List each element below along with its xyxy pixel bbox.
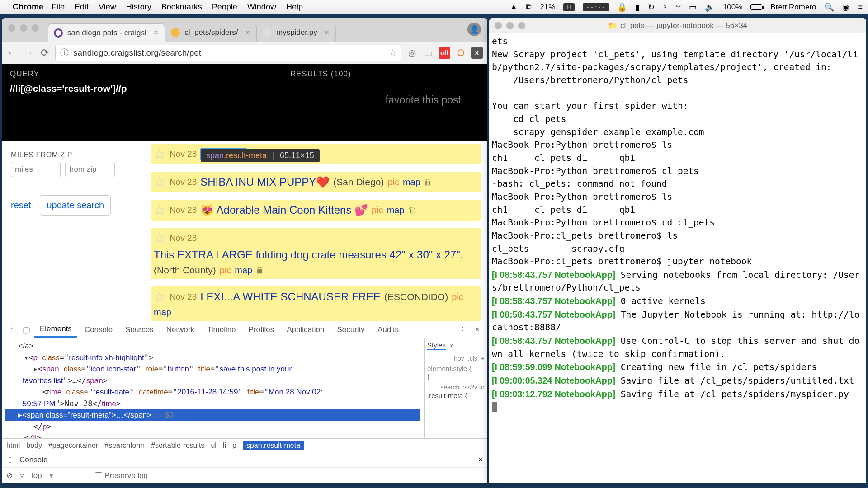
result-title[interactable]: This EXTRA LARGE folding dog crate measu… (154, 249, 463, 261)
zip-input[interactable] (65, 162, 115, 177)
gdrive-icon[interactable]: ▲ (509, 2, 518, 12)
styles-more-icon[interactable]: » (450, 341, 454, 350)
update-search-button[interactable]: update search (40, 195, 111, 216)
star-icon[interactable]: ☆ (154, 203, 166, 217)
result-row[interactable]: ☆ Nov 28 😻 Adorable Main Coon Kittens 💕 … (151, 200, 481, 221)
crumb[interactable]: html (6, 441, 20, 450)
volume-icon[interactable]: 🔈 (705, 2, 715, 12)
result-row[interactable]: ☆ Nov 28 This EXTRA LARGE folding dog cr… (151, 228, 481, 279)
clear-console-icon[interactable]: ⊘ (6, 471, 13, 480)
hide-icon[interactable]: 🗑 (408, 206, 416, 215)
evernote-icon[interactable]: ▮ (635, 2, 640, 12)
reload-button[interactable]: ⟳ (39, 47, 51, 59)
context-select[interactable]: top (31, 471, 42, 480)
result-title[interactable]: 😻 Adorable Main Coon Kittens 💕 (200, 204, 368, 216)
tab-close-icon[interactable]: × (325, 28, 330, 38)
dropbox-icon[interactable]: ⧉ (526, 2, 532, 12)
notification-icon[interactable]: ≡ (858, 2, 863, 12)
tab-console[interactable]: Console (79, 323, 118, 337)
url-input[interactable]: ⓘ sandiego.craigslist.org/search/pet ☆ (55, 45, 401, 61)
close-icon[interactable] (495, 22, 502, 29)
bluetooth-icon[interactable]: ᚼ (663, 2, 668, 12)
menu-edit[interactable]: Edit (75, 2, 89, 12)
tab-audits[interactable]: Audits (372, 323, 404, 337)
crumb[interactable]: p (232, 441, 236, 450)
dom-breadcrumbs[interactable]: html body #pagecontainer #searchform #so… (2, 438, 487, 452)
dom-tree[interactable]: </a> ▾<p class="result-info xh-highlight… (2, 338, 424, 438)
tab-craigslist[interactable]: san diego pets - craigsl × (48, 23, 165, 42)
site-info-icon[interactable]: ⓘ (60, 47, 69, 59)
reset-link[interactable]: reset (11, 200, 31, 211)
map-tag[interactable]: map (387, 205, 405, 216)
style-rule[interactable]: element.style { (427, 365, 485, 372)
filter-icon[interactable]: ▿ (20, 471, 24, 480)
crumb[interactable]: body (26, 441, 42, 450)
menu-window[interactable]: Window (247, 2, 276, 12)
extension-5-icon[interactable]: ⬠ (455, 47, 467, 59)
close-icon[interactable] (8, 24, 15, 32)
device-icon[interactable]: ▢ (20, 325, 33, 335)
add-rule-icon[interactable]: + (481, 355, 485, 362)
harvest-icon[interactable]: H (563, 3, 574, 11)
star-icon[interactable]: ☆ (154, 290, 166, 304)
star-icon[interactable]: ☆ (154, 231, 166, 245)
result-row[interactable]: ☆ Nov 28 SHIBA INU MIX PUPPY❤️ (San Dieg… (151, 172, 481, 192)
map-tag[interactable]: map (235, 265, 252, 276)
tab-spiders[interactable]: cl_pets/spiders/ × (165, 23, 257, 42)
query-input[interactable]: //li[@class='result-row']//p (10, 83, 274, 94)
minimize-icon[interactable] (506, 22, 514, 29)
menu-bookmarks[interactable]: Bookmarks (161, 2, 202, 12)
extension-x-icon[interactable]: X (471, 47, 483, 59)
star-icon[interactable]: ☆ (154, 147, 166, 161)
forward-button[interactable]: → (23, 47, 34, 59)
harvest-time[interactable]: --:-- (583, 3, 609, 11)
profile-avatar[interactable]: 👤 (467, 23, 481, 36)
map-tag[interactable]: map (403, 177, 420, 188)
result-title[interactable]: LEXI...A WHITE SCHNAUSER FREE (200, 291, 381, 303)
result-title[interactable]: SHIBA INU MIX PUPPY❤️ (200, 176, 330, 188)
stylesheet-link[interactable]: search.css?v=d (427, 384, 485, 391)
tab-security[interactable]: Security (331, 323, 370, 337)
menu-file[interactable]: File (52, 2, 65, 12)
user-name[interactable]: Brett Romero (770, 3, 816, 12)
menu-view[interactable]: View (99, 2, 116, 12)
tab-elements[interactable]: Elements (34, 322, 77, 338)
menu-history[interactable]: History (126, 2, 151, 12)
tab-application[interactable]: Application (281, 323, 330, 337)
active-app[interactable]: Chrome (13, 2, 43, 12)
cls-toggle[interactable]: .cls (468, 355, 477, 362)
inspect-icon[interactable]: ⟟ (5, 325, 18, 334)
terminal-output[interactable]: ets New Scrapy project 'cl_pets', using … (489, 33, 866, 483)
wifi-icon[interactable]: ⌔ (676, 2, 681, 12)
minimize-icon[interactable] (20, 24, 27, 32)
tab-timeline[interactable]: Timeline (202, 323, 241, 337)
hov-toggle[interactable]: :hov (452, 355, 464, 362)
console-menu-icon[interactable]: ⋮ (6, 455, 14, 465)
crumb[interactable]: #sortable-results (151, 441, 204, 450)
airplay-icon[interactable]: ▭ (689, 2, 697, 12)
tab-myspider[interactable]: myspider.py × (257, 23, 336, 42)
menu-people[interactable]: People (212, 2, 237, 12)
menu-help[interactable]: Help (286, 2, 303, 12)
miles-input[interactable] (11, 162, 61, 177)
crumb[interactable]: #pagecontainer (48, 441, 98, 450)
crumb-selected[interactable]: span.result-meta (243, 441, 304, 450)
map-tag[interactable]: map (154, 307, 171, 318)
crumb[interactable]: li (223, 441, 226, 450)
siri-icon[interactable]: ◉ (842, 2, 849, 12)
tab-close-icon[interactable]: × (154, 28, 159, 38)
extension-off-icon[interactable]: off (439, 47, 450, 59)
back-button[interactable]: ← (6, 47, 18, 59)
result-row[interactable]: ☆ Nov 28 LEXI...A WHITE SCHNAUSER FREE (… (151, 286, 481, 321)
tab-sources[interactable]: Sources (120, 323, 159, 337)
window-controls[interactable] (8, 24, 39, 32)
star-icon[interactable]: ☆ (154, 175, 166, 189)
spotlight-icon[interactable]: 🔍 (824, 2, 834, 12)
zoom-icon[interactable] (32, 24, 39, 32)
devtools-menu-icon[interactable]: ⋮ (457, 325, 469, 335)
devtools-close-icon[interactable]: × (471, 325, 484, 334)
zoom-icon[interactable] (518, 22, 525, 29)
timemachine-icon[interactable]: ↻ (648, 2, 655, 12)
console-close-icon[interactable]: × (478, 455, 483, 465)
extension-icon[interactable]: ▭ (422, 47, 434, 59)
